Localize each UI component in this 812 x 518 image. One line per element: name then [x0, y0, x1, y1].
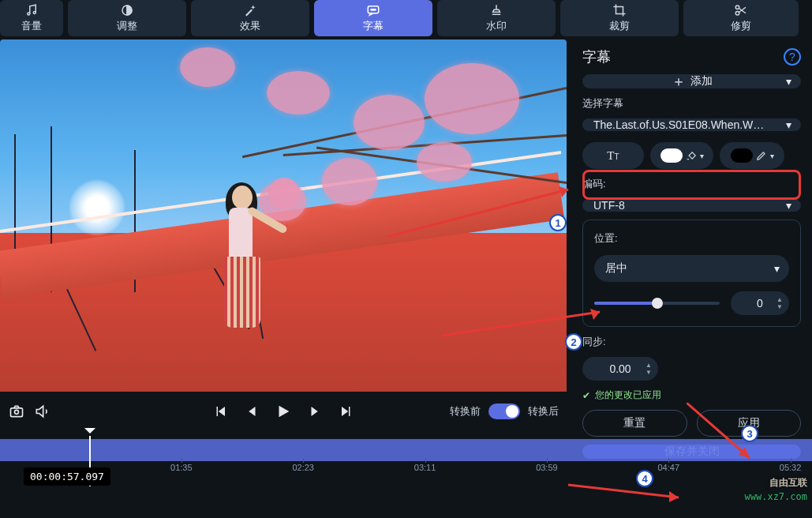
position-value: 居中 [605, 261, 627, 276]
outline-swatch [731, 148, 753, 163]
svg-point-8 [735, 12, 739, 16]
watermark-url: www.xz7.com [745, 491, 807, 502]
preview-sun [69, 180, 125, 235]
tab-label: 水印 [486, 19, 507, 33]
fill-color-button[interactable]: ▾ [650, 142, 713, 169]
scissors-icon [734, 3, 748, 17]
add-label: 添加 [690, 74, 713, 88]
svg-marker-18 [669, 491, 679, 502]
tab-label: 效果 [240, 19, 260, 33]
chevron-down-icon: ▾ [786, 118, 791, 131]
plus-icon: ＋ [672, 74, 686, 88]
position-label: 位置: [594, 231, 789, 246]
tab-label: 字幕 [363, 19, 384, 33]
tab-label: 裁剪 [609, 19, 630, 33]
mute-button[interactable] [33, 403, 51, 420]
check-icon: ✔ [582, 390, 590, 401]
before-label: 转换前 [450, 404, 481, 419]
status-applied: ✔ 您的更改已应用 [582, 388, 801, 402]
style-buttons-row: TT ▾ ▾ [582, 142, 801, 169]
preview-figure [221, 186, 276, 359]
crop-icon [612, 3, 627, 17]
stepper-up[interactable]: ▲ [776, 297, 784, 303]
stepper-down[interactable]: ▼ [645, 370, 653, 376]
svg-point-0 [28, 13, 30, 15]
fill-swatch [660, 148, 683, 163]
tab-label: 音量 [21, 19, 42, 33]
before-after-toggle[interactable] [488, 404, 520, 419]
pen-icon [756, 150, 767, 161]
tab-crop[interactable]: 裁剪 [560, 0, 679, 36]
encoding-select[interactable]: UTF-8 ▾ [582, 199, 801, 212]
tab-volume[interactable]: 音量 [0, 0, 63, 36]
tick: 03:59 [536, 463, 558, 472]
timeline[interactable]: 01:35 02:23 03:11 03:59 04:47 05:32 00:0… [0, 439, 812, 486]
tab-adjust[interactable]: 调整 [68, 0, 186, 36]
top-tabs: 音量 调整 效果 字幕 水印 裁剪 修剪 [0, 0, 812, 39]
encoding-label: 编码: [582, 177, 801, 191]
chevron-down-icon: ▾ [770, 152, 774, 160]
magic-wand-icon [243, 3, 257, 17]
sync-input[interactable]: 0.00 ▲▼ [582, 357, 658, 381]
timeline-ticks: 01:35 02:23 03:11 03:59 04:47 05:32 [0, 463, 812, 486]
tab-subtitle[interactable]: 字幕 [314, 0, 432, 36]
position-select[interactable]: 居中 ▾ [594, 255, 789, 282]
position-box: 位置: 居中 ▾ 0 ▲▼ [582, 220, 801, 327]
contrast-icon [120, 3, 134, 17]
add-subtitle-button[interactable]: ＋ 添加 ▾ [582, 74, 801, 88]
position-offset-slider[interactable] [594, 302, 720, 305]
next-clip-button[interactable] [338, 403, 355, 420]
text-size-button[interactable]: TT [582, 142, 644, 169]
tab-trim[interactable]: 修剪 [683, 0, 799, 36]
snapshot-button[interactable] [8, 403, 25, 420]
play-button[interactable] [275, 403, 292, 420]
tab-watermark[interactable]: 水印 [437, 0, 556, 36]
svg-line-17 [568, 485, 679, 497]
after-label: 转换后 [528, 404, 559, 419]
panel-title: 字幕 [582, 47, 611, 66]
prev-clip-button[interactable] [211, 403, 229, 420]
tick: 05:32 [780, 463, 802, 472]
tick: 02:23 [292, 463, 314, 472]
video-preview[interactable] [0, 39, 567, 392]
outline-color-button[interactable]: ▾ [720, 142, 784, 169]
text-size-icon: TT [607, 149, 619, 163]
subtitle-panel: 字幕 ? ＋ 添加 ▾ 选择字幕 The.Last.of.Us.S01E08.W… [567, 39, 812, 431]
selected-file: The.Last.of.Us.S01E08.When.W… [593, 118, 764, 131]
svg-point-1 [33, 12, 36, 14]
encoding-value: UTF-8 [593, 199, 625, 212]
select-subtitle-label: 选择字幕 [582, 96, 801, 111]
chevron-down-icon: ▾ [700, 152, 704, 160]
stepper-down[interactable]: ▼ [776, 304, 784, 310]
tab-label: 调整 [117, 19, 137, 33]
subtitle-icon [366, 3, 380, 17]
stepper-up[interactable]: ▲ [645, 362, 653, 369]
stamp-icon [489, 3, 503, 17]
music-note-icon [24, 3, 39, 17]
help-button[interactable]: ? [784, 48, 801, 66]
svg-point-5 [372, 9, 374, 11]
reset-button[interactable]: 重置 [582, 410, 687, 437]
tab-label: 修剪 [731, 19, 751, 33]
paint-bucket-icon [686, 150, 697, 161]
step-forward-button[interactable] [306, 403, 324, 420]
tab-effects[interactable]: 效果 [191, 0, 309, 36]
position-offset-input[interactable]: 0 ▲▼ [731, 291, 789, 315]
chevron-down-icon: ▾ [786, 75, 791, 88]
tick: 01:35 [170, 463, 193, 472]
current-timecode: 00:00:57.097 [24, 467, 110, 486]
chevron-down-icon: ▾ [774, 262, 780, 275]
transport-bar: 转换前 转换后 [0, 392, 567, 431]
svg-point-10 [15, 410, 19, 414]
tick: 04:47 [657, 463, 679, 472]
tick: 03:11 [414, 463, 436, 472]
subtitle-file-select[interactable]: The.Last.of.Us.S01E08.When.W… ▾ [582, 118, 801, 131]
chevron-down-icon: ▾ [786, 199, 791, 212]
svg-point-4 [371, 9, 372, 11]
preview-column: 转换前 转换后 [0, 39, 567, 431]
timeline-track[interactable] [0, 439, 812, 461]
step-back-button[interactable] [243, 403, 260, 420]
apply-button[interactable]: 应用 [697, 410, 802, 437]
svg-point-6 [375, 9, 376, 11]
svg-rect-9 [11, 408, 23, 417]
